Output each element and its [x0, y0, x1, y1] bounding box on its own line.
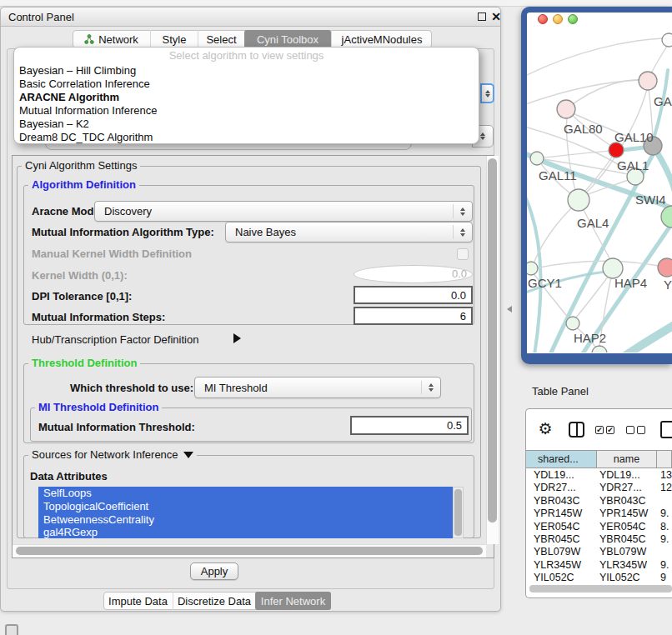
- table-row[interactable]: YBL079WYBL079W: [526, 546, 672, 558]
- deselect-all-checkbox-icon[interactable]: [626, 426, 634, 434]
- combobox-arrows-icon: [453, 225, 472, 238]
- tab-impute-data[interactable]: Impute Data: [103, 592, 173, 610]
- dropdown-option[interactable]: Basic Correlation Inference: [14, 78, 479, 91]
- window-minimize-traffic-light[interactable]: [553, 14, 563, 24]
- mi-steps-field[interactable]: 6: [354, 307, 473, 325]
- sources-group-title: Sources for Network Inference: [28, 449, 197, 461]
- horizontal-scrollbar-thumb[interactable]: [16, 547, 483, 555]
- table-cell: 9.: [657, 559, 672, 572]
- sources-title-label: Sources for Network Inference: [32, 449, 178, 461]
- network-node-label: HAP2: [574, 331, 606, 345]
- network-node[interactable]: [662, 33, 672, 47]
- window-zoom-traffic-light[interactable]: [568, 14, 578, 24]
- kernel-width-field[interactable]: 0.0: [354, 265, 473, 283]
- tab-cyni-toolbox[interactable]: Cyni Toolbox: [244, 30, 331, 48]
- column-header-shared-name[interactable]: shared...: [526, 450, 597, 468]
- top-strip: [0, 0, 672, 7]
- dropdown-option[interactable]: ARACNE Algorithm: [14, 91, 479, 104]
- network-node[interactable]: [609, 142, 624, 158]
- network-node-label: HAP4: [614, 276, 647, 290]
- table-row[interactable]: YBR045CYBR045C9.: [526, 533, 672, 546]
- attribute-list-item[interactable]: TopologicalCoefficient: [38, 500, 453, 513]
- mi-algorithm-type-value: Naive Bayes: [235, 226, 296, 238]
- network-node[interactable]: [566, 317, 579, 330]
- network-node-label: GAL11: [539, 168, 577, 182]
- network-edge[interactable]: [537, 151, 609, 158]
- mi-algorithm-type-combobox[interactable]: Naive Bayes: [225, 222, 473, 242]
- network-node[interactable]: [557, 100, 575, 118]
- network-canvas[interactable]: GALGAL80GAL10GAL11GAL1GAL4SWI4GCY1HAP4YH…: [527, 25, 672, 352]
- table-row[interactable]: YDR27...YDR27...12: [526, 482, 672, 494]
- attribute-list-item[interactable]: SelfLoops: [38, 487, 453, 500]
- network-edge[interactable]: [581, 205, 610, 260]
- table-row[interactable]: YER054CYER054C8.: [526, 521, 672, 533]
- dropdown-option[interactable]: Mutual Information Inference: [14, 104, 479, 118]
- network-node[interactable]: [568, 189, 589, 211]
- vertical-scrollbar-thumb[interactable]: [488, 158, 497, 522]
- table-row[interactable]: YIL052CYIL052C9: [526, 572, 672, 583]
- table-cell: YBL079W: [526, 546, 597, 558]
- splitter-collapse-icon[interactable]: [507, 306, 512, 312]
- control-panel-titlebar: [1, 8, 500, 27]
- tab-jactivemnodules[interactable]: jActiveMNodules: [331, 30, 432, 48]
- algorithm-definition-title: Algorithm Definition: [28, 179, 139, 191]
- expand-arrow-icon[interactable]: [233, 333, 241, 343]
- tab-network[interactable]: Network: [73, 30, 150, 48]
- close-icon[interactable]: ✕: [489, 9, 503, 24]
- network-edge[interactable]: [566, 80, 648, 109]
- table-row[interactable]: YPR145WYPR145W9.: [526, 508, 672, 520]
- dpi-tolerance-label: DPI Tolerance [0,1]:: [32, 290, 132, 302]
- tab-jactivemnodules-label: jActiveMNodules: [342, 33, 423, 46]
- tab-network-label: Network: [98, 33, 138, 46]
- network-node[interactable]: [639, 72, 657, 90]
- attribute-list-item[interactable]: BetweennessCentrality: [38, 513, 453, 527]
- network-edge[interactable]: [650, 43, 669, 75]
- tab-impute-data-label: Impute Data: [108, 595, 168, 608]
- tab-style-label: Style: [163, 33, 187, 46]
- new-table-icon[interactable]: [660, 421, 672, 438]
- network-edge[interactable]: [619, 323, 672, 352]
- attribute-list-item[interactable]: gal4RGexp: [38, 526, 453, 538]
- mi-threshold-field[interactable]: 0.5: [350, 416, 469, 435]
- dropdown-option[interactable]: Bayesian – Hill Climbing: [14, 64, 479, 78]
- table-hscrollbar-thumb[interactable]: [529, 585, 672, 592]
- table-row[interactable]: YLR345WYLR345W9.: [526, 559, 672, 572]
- network-node[interactable]: [527, 262, 538, 275]
- tab-discretize-data[interactable]: Discretize Data: [173, 592, 255, 610]
- dropdown-option[interactable]: Bayesian – K2: [14, 118, 479, 131]
- gear-icon[interactable]: ⚙: [537, 421, 554, 438]
- network-node[interactable]: [661, 206, 672, 228]
- attributes-scrollbar-thumb[interactable]: [454, 489, 462, 536]
- manual-kernel-width-checkbox[interactable]: [457, 248, 469, 260]
- data-attributes-list[interactable]: SelfLoopsTopologicalCoefficientBetweenne…: [38, 487, 453, 538]
- table-row[interactable]: YBR043CYBR043C: [526, 495, 672, 508]
- float-window-icon[interactable]: [478, 12, 486, 21]
- deselect-all-checkbox-icon[interactable]: [637, 426, 645, 434]
- network-node[interactable]: [592, 346, 607, 352]
- apply-button[interactable]: Apply: [190, 562, 238, 580]
- network-node-label: GCY1: [528, 276, 562, 290]
- window-close-traffic-light[interactable]: [538, 14, 548, 24]
- select-all-checkbox-icon[interactable]: ✔: [606, 426, 614, 434]
- mi-threshold-label: Mutual Information Threshold:: [38, 421, 195, 433]
- column-header-name[interactable]: name: [597, 450, 657, 468]
- network-node[interactable]: [658, 258, 672, 277]
- network-edge[interactable]: [527, 80, 648, 107]
- dpi-tolerance-field[interactable]: 0.0: [354, 286, 473, 304]
- tab-infer-network[interactable]: Infer Network: [255, 592, 331, 610]
- tab-style[interactable]: Style: [150, 30, 198, 48]
- dropdown-option[interactable]: Dream8 DC_TDC Algorithm: [14, 131, 479, 144]
- network-node[interactable]: [530, 152, 544, 165]
- collapse-arrow-icon[interactable]: [183, 452, 193, 458]
- table-row[interactable]: YDL19...YDL19...13: [526, 469, 672, 482]
- table-cell: 8.: [657, 521, 672, 533]
- aracne-mode-combobox[interactable]: Discovery: [94, 201, 473, 222]
- dock-panel-mini-button[interactable]: [5, 624, 18, 635]
- which-threshold-combobox[interactable]: MI Threshold: [194, 377, 441, 398]
- column-header-partial[interactable]: [657, 450, 672, 468]
- select-all-checkbox-icon[interactable]: ✔: [595, 426, 604, 434]
- focused-combobox-fragment[interactable]: [480, 83, 494, 103]
- columns-icon[interactable]: [569, 422, 584, 438]
- tab-select-label: Select: [206, 33, 236, 46]
- tab-select[interactable]: Select: [198, 30, 244, 48]
